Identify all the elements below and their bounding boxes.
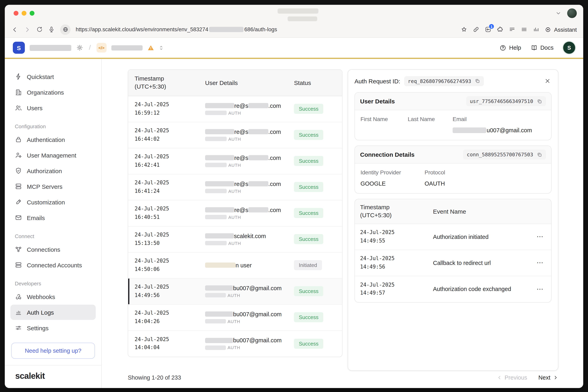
next-page-button[interactable]: Next [538, 374, 558, 381]
extension-badge: 1 [489, 24, 494, 29]
copy-user-id-button[interactable] [537, 98, 542, 104]
sidebar-item-auth-logs[interactable]: Auth Logs [10, 304, 96, 320]
event-row: 24-Jul-202514:49:57Authorization code ex… [355, 276, 551, 302]
next-label: Next [538, 374, 550, 381]
log-rows: 24-Jul-202516:59:12re@s.comAUTHSuccess24… [128, 96, 342, 356]
sidebar-item-customization[interactable]: Customization [10, 194, 96, 210]
auth-request-id-value: req_82680796766274593 [408, 78, 471, 84]
traffic-lights [14, 11, 34, 16]
workspace-settings-gear-icon[interactable] [76, 44, 83, 51]
log-row[interactable]: 24-Jul-202516:44:02re@s.comAUTHSuccess [128, 122, 342, 148]
sidebar-item-label: Connections [27, 246, 60, 253]
sidebar-item-mcp-servers[interactable]: MCP Servers [10, 179, 96, 194]
sidebar-item-connected-accounts[interactable]: Connected Accounts [10, 257, 96, 272]
log-row[interactable]: 24-Jul-202514:49:56bu007@gmail.comAUTHSu… [128, 278, 342, 304]
copy-auth-request-id-button[interactable] [475, 78, 480, 84]
sidebar-item-users[interactable]: Users [10, 100, 96, 116]
log-row[interactable]: 24-Jul-202516:42:41re@s.comAUTHSuccess [128, 148, 342, 174]
log-row[interactable]: 24-Jul-202516:41:24re@s.comAUTHSuccess [128, 174, 342, 200]
extensions-puzzle-icon[interactable] [497, 26, 504, 33]
warning-icon [147, 44, 154, 51]
forward-icon[interactable] [24, 26, 31, 33]
sidebar-item-label: Customization [27, 198, 65, 206]
assistant-button[interactable]: Assistant [545, 26, 577, 33]
event-actions-button[interactable]: ⋯ [534, 259, 546, 266]
auth-request-id-chip: req_82680796766274593 [404, 76, 484, 86]
log-row[interactable]: 24-Jul-202516:59:12re@s.comAUTHSuccess [128, 96, 342, 122]
site-badge[interactable] [60, 24, 70, 35]
workspace-logo[interactable]: S [13, 42, 25, 54]
need-help-button[interactable]: Need help setting up? [11, 343, 95, 359]
browser-window: https://app.scalekit.cloud/ws/environmen… [5, 5, 583, 388]
zoom-window-button[interactable] [30, 11, 34, 16]
event-actions-button[interactable]: ⋯ [534, 286, 546, 292]
sidebar-item-label: Users [27, 104, 42, 111]
docs-button[interactable]: Docs [531, 44, 554, 51]
user-auth-label: AUTH [228, 215, 241, 220]
redacted-text [248, 155, 268, 160]
sidebar-item-label: Authorization [27, 167, 62, 174]
log-timestamp: 24-Jul-202515:13:50 [135, 231, 205, 247]
help-button[interactable]: Help [500, 44, 521, 51]
log-row[interactable]: 24-Jul-202514:50:06n userInitiated [128, 252, 342, 278]
sidebar-item-user-management[interactable]: User Management [10, 148, 96, 163]
event-rows: 24-Jul-202514:49:55Authorization initiat… [355, 224, 551, 302]
copy-icon [537, 98, 542, 104]
log-row[interactable]: 24-Jul-202515:13:50scalekit.comAUTHSucce… [128, 226, 342, 252]
reading-list-icon[interactable] [509, 26, 516, 33]
minimize-window-button[interactable] [22, 11, 26, 16]
sidebar-item-webhooks[interactable]: Webhooks [10, 289, 96, 304]
event-timestamp: 24-Jul-202514:49:55 [360, 229, 433, 245]
event-actions-button[interactable]: ⋯ [534, 233, 546, 240]
sidebar-item-label: Connected Accounts [27, 262, 82, 268]
scalekit-wordmark: scalekit [5, 365, 101, 388]
url-bar[interactable]: https://app.scalekit.cloud/ws/environmen… [76, 26, 277, 32]
user-email-text: bu007@gmail.com [233, 285, 282, 291]
password-extension-button[interactable]: 1 [485, 26, 492, 33]
environment-switcher-icon[interactable] [158, 45, 164, 51]
redacted-text [205, 312, 233, 317]
previous-page-button[interactable]: Previous [497, 374, 527, 381]
bar-chart-icon [15, 309, 22, 316]
equalizer-icon[interactable] [533, 26, 540, 33]
sidebar-item-label: User Management [27, 152, 76, 158]
browser-profile-avatar[interactable] [567, 8, 577, 18]
user-avatar[interactable]: S [563, 42, 575, 54]
sidebar-item-quickstart[interactable]: Quickstart [10, 69, 96, 84]
sidebar-item-organizations[interactable]: Organizations [10, 84, 96, 100]
redacted-text [205, 293, 226, 298]
connection-details-card: Connection Details conn_5889525570076750… [354, 146, 552, 194]
log-user-details: bu007@gmail.comAUTH [205, 337, 294, 350]
close-panel-button[interactable] [544, 77, 552, 85]
sidebar-item-label: Auth Logs [27, 309, 54, 316]
back-icon[interactable] [11, 26, 18, 33]
brush-icon [15, 198, 22, 206]
chevron-down-icon[interactable] [555, 10, 562, 16]
log-row[interactable]: 24-Jul-202514:04:04bu007@gmail.comAUTHSu… [128, 330, 342, 356]
sidebar-item-settings[interactable]: Settings [10, 320, 96, 336]
menu-icon[interactable] [521, 26, 528, 33]
log-row[interactable]: 24-Jul-202516:40:51re@s.comAUTHSuccess [128, 200, 342, 226]
sidebar-item-emails[interactable]: Emails [10, 210, 96, 225]
redacted-email-prefix [453, 127, 486, 133]
log-timestamp: 24-Jul-202516:44:02 [135, 127, 205, 143]
close-window-button[interactable] [14, 11, 18, 16]
log-status: Success [294, 130, 342, 140]
copy-connection-id-button[interactable] [537, 152, 542, 157]
mic-icon[interactable] [48, 26, 55, 33]
log-timestamp: 24-Jul-202514:50:06 [135, 257, 205, 273]
last-name-label: Last Name [408, 116, 453, 122]
sidebar-nav: QuickstartOrganizationsUsersConfiguratio… [5, 69, 101, 336]
sidebar-item-authentication[interactable]: Authentication [10, 132, 96, 147]
sidebar-item-label: Webhooks [27, 293, 55, 300]
copy-link-icon[interactable] [473, 26, 479, 33]
sidebar-item-authorization[interactable]: Authorization [10, 163, 96, 178]
reload-icon[interactable] [36, 26, 43, 33]
first-name-value [360, 127, 408, 134]
email-visible-text: u007@gmail.com [487, 127, 532, 133]
log-row[interactable]: 24-Jul-202514:04:26bu007@gmail.comAUTHSu… [128, 304, 342, 330]
sidebar-item-connections[interactable]: Connections [10, 242, 96, 257]
redacted-tab-subtitle [288, 16, 317, 21]
sidebar-item-label: MCP Servers [27, 183, 62, 190]
bookmark-star-icon[interactable] [461, 26, 467, 33]
